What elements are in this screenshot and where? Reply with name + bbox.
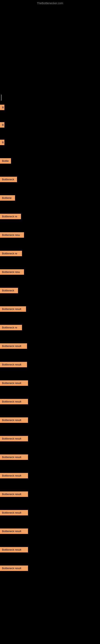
bottleneck-item-17[interactable]: Bottleneck result — [0, 399, 28, 404]
bottleneck-item-25[interactable]: Bottleneck result — [0, 547, 28, 552]
bottleneck-item-9[interactable]: Bottleneck re — [0, 251, 22, 256]
bottleneck-item-10[interactable]: Bottleneck resu — [0, 269, 24, 275]
bottleneck-item-12[interactable]: Bottleneck result — [0, 306, 26, 312]
bottleneck-item-24[interactable]: Bottleneck result — [0, 528, 28, 534]
bottleneck-item-3[interactable]: B — [0, 140, 4, 145]
site-title: TheBottlenecker.com — [37, 2, 63, 5]
bottleneck-item-14[interactable]: Bottleneck result — [0, 343, 27, 349]
vertical-bar — [1, 94, 1, 100]
bottleneck-item-2[interactable]: B — [0, 122, 4, 128]
bottleneck-item-19[interactable]: Bottleneck result — [0, 436, 28, 441]
bottleneck-item-21[interactable]: Bottleneck result — [0, 473, 28, 478]
bottleneck-item-4[interactable]: Bottle — [0, 158, 11, 164]
bottleneck-item-18[interactable]: Bottleneck result — [0, 418, 28, 423]
bottleneck-item-22[interactable]: Bottleneck result — [0, 492, 28, 497]
bottleneck-item-5[interactable]: Bottleneck — [0, 177, 17, 182]
bottleneck-item-26[interactable]: Bottleneck result — [0, 566, 28, 571]
bottleneck-item-13[interactable]: Bottleneck re — [0, 325, 22, 330]
bottleneck-item-1[interactable]: B — [0, 105, 4, 110]
bottleneck-item-23[interactable]: Bottleneck result — [0, 510, 28, 516]
bottleneck-items-container: BBBBottleBottleneckBottleneBottleneck re… — [0, 105, 100, 571]
bottleneck-item-11[interactable]: Bottleneck — [0, 288, 18, 293]
bottleneck-item-6[interactable]: Bottlene — [0, 195, 15, 201]
bottleneck-item-20[interactable]: Bottleneck result — [0, 454, 28, 460]
bottleneck-item-16[interactable]: Bottleneck result — [0, 380, 28, 386]
bottleneck-item-7[interactable]: Bottleneck re — [0, 214, 21, 219]
bottleneck-item-8[interactable]: Bottleneck resu — [0, 232, 24, 238]
bottleneck-item-15[interactable]: Bottleneck result — [0, 362, 27, 367]
